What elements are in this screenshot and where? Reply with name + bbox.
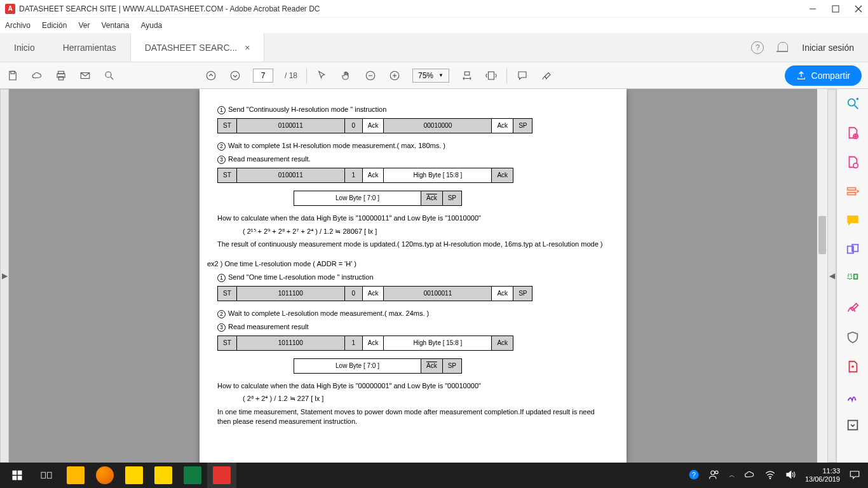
- rail-export-icon[interactable]: [845, 184, 860, 198]
- step-3b-text: Read measurement result: [228, 323, 309, 330]
- step-3-icon: 3: [217, 156, 226, 164]
- tray-onedrive-icon[interactable]: [744, 470, 756, 480]
- rail-fill-sign-icon[interactable]: [845, 389, 860, 403]
- mail-icon[interactable]: [79, 69, 92, 82]
- taskbar-clock[interactable]: 11:3313/06/2019: [805, 467, 840, 484]
- step-1b-text: Send "One time L-resolution mode " instr…: [228, 273, 374, 281]
- hand-tool-icon[interactable]: [340, 69, 353, 82]
- taskbar-excel[interactable]: [178, 463, 207, 488]
- zoom-out-icon[interactable]: [364, 69, 377, 82]
- rail-comment-icon[interactable]: [845, 214, 860, 227]
- taskbar-explorer[interactable]: [61, 463, 90, 488]
- bell-icon[interactable]: [778, 42, 788, 53]
- tray-people-icon[interactable]: [709, 469, 720, 482]
- svg-rect-39: [41, 472, 45, 478]
- rail-compress-icon[interactable]: [845, 360, 860, 374]
- fit-page-icon[interactable]: [485, 69, 498, 82]
- page-down-icon[interactable]: [229, 69, 241, 82]
- tab-document-label: DATASHEET SEARC...: [145, 43, 237, 53]
- i2c-table-1: ST01000110Ack00010000AckSP: [217, 118, 532, 133]
- svg-point-11: [207, 71, 215, 80]
- window-title-bar: A DATASHEET SEARCH SITE | WWW.ALLDATASHE…: [0, 0, 868, 18]
- rail-search-icon[interactable]: [845, 97, 860, 111]
- tab-herramientas[interactable]: Herramientas: [49, 33, 130, 62]
- fit-width-icon[interactable]: [461, 69, 473, 82]
- zoom-in-icon[interactable]: [388, 69, 401, 82]
- menu-archivo[interactable]: Archivo: [5, 21, 31, 30]
- svg-point-26: [853, 163, 857, 168]
- share-button[interactable]: Compartir: [785, 65, 862, 86]
- i2c-table-2: ST01000111AckHigh Byte [ 15:8 ]Ack: [217, 168, 513, 183]
- svg-line-10: [111, 77, 113, 79]
- left-nav-handle[interactable]: ▶: [0, 89, 9, 463]
- menu-ayuda[interactable]: Ayuda: [140, 21, 162, 30]
- print-icon[interactable]: [55, 69, 67, 82]
- tab-close-icon[interactable]: ×: [245, 43, 250, 53]
- page-up-icon[interactable]: [205, 69, 217, 82]
- page-number-input[interactable]: [253, 69, 273, 83]
- rail-protect-icon[interactable]: [845, 330, 860, 344]
- right-nav-handle[interactable]: ◀: [827, 89, 836, 463]
- svg-rect-7: [58, 76, 64, 79]
- help-icon[interactable]: ?: [751, 41, 764, 54]
- svg-rect-35: [13, 471, 17, 475]
- svg-point-20: [848, 99, 855, 106]
- scrollbar-thumb[interactable]: [818, 216, 826, 254]
- minimize-button[interactable]: [808, 4, 817, 13]
- note-1: The result of continuously measurement m…: [217, 240, 609, 249]
- taskbar-acrobat[interactable]: [207, 463, 236, 488]
- close-button[interactable]: [854, 4, 863, 13]
- svg-text:?: ?: [692, 471, 696, 478]
- rail-more-icon[interactable]: [845, 418, 860, 432]
- rail-create-pdf-icon[interactable]: +: [845, 126, 860, 140]
- save-icon[interactable]: [6, 69, 19, 82]
- svg-rect-33: [848, 421, 857, 430]
- calc-1b: ( 2¹⁵ + 2⁹ + 2⁸ + 2⁷ + 2⁴ ) / 1.2 ≒ 2806…: [217, 227, 609, 236]
- taskbar-firefox[interactable]: [90, 463, 119, 488]
- svg-point-43: [711, 471, 715, 475]
- svg-rect-4: [11, 71, 15, 74]
- page-viewport[interactable]: 1Send "Continuously H-resolution mode " …: [9, 89, 817, 463]
- tray-chevron-icon[interactable]: ︿: [729, 471, 735, 480]
- comment-icon[interactable]: [516, 69, 529, 82]
- page-total-label: / 18: [285, 71, 297, 80]
- task-view-button[interactable]: [32, 463, 61, 488]
- taskbar-app-labview[interactable]: [149, 463, 178, 488]
- rail-organize-icon[interactable]: [845, 272, 860, 286]
- menu-ventana[interactable]: Ventana: [101, 21, 129, 30]
- calc-2a: How to calculate when the data High Byte…: [217, 381, 609, 391]
- main-tabs: Inicio Herramientas DATASHEET SEARC... ×…: [0, 33, 868, 62]
- tray-notifications-icon[interactable]: [849, 470, 860, 481]
- menu-edicion[interactable]: Edición: [42, 21, 67, 30]
- note-2: In one time measurement, Statement moves…: [217, 407, 609, 427]
- maximize-button[interactable]: [831, 4, 840, 13]
- menu-ver[interactable]: Ver: [78, 21, 90, 30]
- tray-volume-icon[interactable]: [785, 470, 796, 481]
- taskbar-app-yellow[interactable]: [119, 463, 149, 488]
- tab-inicio[interactable]: Inicio: [0, 33, 49, 62]
- ex2-heading: ex2 ) One time L-resolution mode ( ADDR …: [207, 259, 609, 269]
- sign-icon[interactable]: [540, 69, 553, 82]
- select-tool-icon[interactable]: [316, 69, 329, 82]
- zoom-dropdown[interactable]: 75%▼: [412, 69, 449, 83]
- tray-help-icon[interactable]: ?: [688, 469, 700, 482]
- calc-1a: How to calculate when the data High Byte…: [217, 214, 609, 223]
- content-area: ▶ 1Send "Continuously H-resolution mode …: [0, 89, 836, 463]
- taskbar: ? ︿ 11:3313/06/2019: [0, 463, 868, 488]
- tray-wifi-icon[interactable]: [764, 470, 776, 480]
- svg-rect-36: [18, 471, 22, 475]
- cloud-icon[interactable]: [31, 69, 43, 82]
- tab-document[interactable]: DATASHEET SEARC... ×: [130, 33, 265, 62]
- svg-rect-38: [18, 476, 22, 480]
- rail-edit-pdf-icon[interactable]: [845, 155, 860, 169]
- svg-text:+: +: [854, 133, 857, 139]
- tools-rail: +: [836, 89, 868, 463]
- rail-redact-icon[interactable]: [845, 301, 860, 315]
- system-tray: ? ︿ 11:3313/06/2019: [688, 467, 865, 484]
- svg-rect-28: [847, 193, 855, 195]
- scrollbar-track[interactable]: [817, 89, 827, 463]
- rail-combine-icon[interactable]: [845, 243, 860, 257]
- login-link[interactable]: Iniciar sesión: [802, 43, 854, 53]
- start-button[interactable]: [3, 463, 32, 488]
- search-icon[interactable]: [103, 69, 116, 82]
